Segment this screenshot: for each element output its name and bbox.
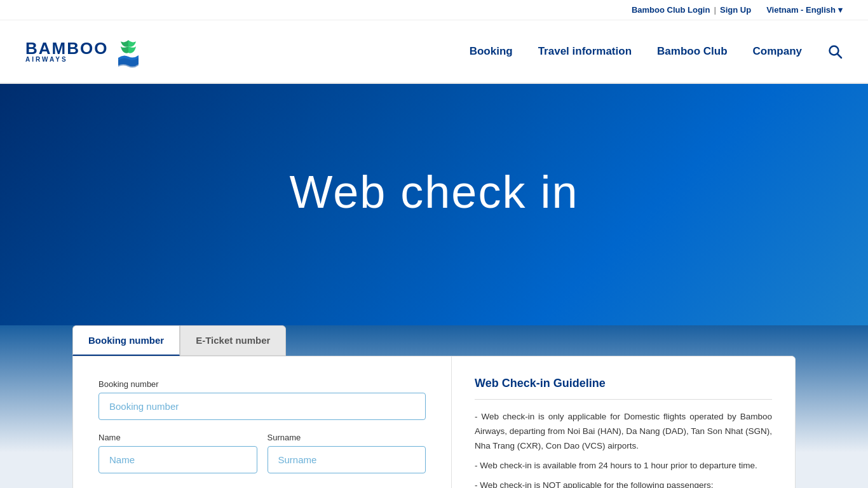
logo[interactable]: BAMBOO AIRWAYS (25, 35, 145, 68)
hero-section: Web check in (0, 84, 868, 325)
logo-icon (112, 35, 145, 68)
chevron-down-icon: ▾ (838, 5, 843, 15)
language-label: Vietnam - English (766, 5, 836, 15)
guideline-section: Web Check-in Guideline - Web check-in is… (452, 356, 795, 488)
logo-text: BAMBOO AIRWAYS (25, 40, 108, 63)
nav-item-booking[interactable]: Booking (470, 39, 513, 64)
tab-group: Booking number E-Ticket number (72, 325, 796, 356)
surname-group: Surname (268, 433, 426, 486)
tab-booking-number[interactable]: Booking number (72, 325, 180, 356)
booking-number-input[interactable] (98, 393, 426, 420)
nav-item-company[interactable]: Company (753, 39, 802, 64)
search-icon[interactable] (827, 44, 843, 59)
tab-eticket-number[interactable]: E-Ticket number (180, 325, 286, 356)
main-nav: Booking Travel information Bamboo Club C… (470, 39, 843, 64)
nav-item-bamboo-club[interactable]: Bamboo Club (657, 39, 728, 64)
logo-airways: AIRWAYS (25, 57, 108, 63)
top-bar: Bamboo Club Login | Sign Up Vietnam - En… (0, 0, 868, 20)
checkin-form: Booking number Name Surname Check-in (73, 356, 452, 488)
name-label: Name (98, 433, 257, 442)
login-link[interactable]: Bamboo Club Login (632, 5, 710, 15)
content-area: Booking number E-Ticket number Booking n… (0, 325, 868, 488)
guideline-title: Web Check-in Guideline (475, 377, 772, 400)
name-row: Name Surname (98, 433, 426, 486)
separator: | (714, 5, 716, 15)
auth-links[interactable]: Bamboo Club Login | Sign Up (632, 5, 751, 15)
language-selector[interactable]: Vietnam - English ▾ (766, 5, 843, 15)
guideline-line-2: - Web check-in is NOT applicable for the… (475, 478, 772, 488)
name-input[interactable] (98, 446, 257, 473)
header: BAMBOO AIRWAYS Booking Travel informatio… (0, 20, 868, 84)
booking-number-group: Booking number (98, 379, 426, 433)
page-title: Web check in (290, 166, 579, 218)
signup-link[interactable]: Sign Up (720, 5, 751, 15)
nav-item-travel-information[interactable]: Travel information (538, 39, 632, 64)
logo-bamboo: BAMBOO (25, 40, 108, 57)
guideline-line-0: - Web check-in is only applicable for Do… (475, 410, 772, 454)
booking-number-label: Booking number (98, 379, 426, 389)
main-area: Booking number Name Surname Check-in Web… (72, 356, 796, 488)
surname-label: Surname (268, 433, 426, 442)
name-group: Name (98, 433, 257, 486)
svg-line-1 (837, 54, 841, 58)
surname-input[interactable] (268, 446, 426, 473)
guideline-line-1: - Web check-in is available from 24 hour… (475, 459, 772, 473)
guideline-content: - Web check-in is only applicable for Do… (475, 410, 772, 488)
